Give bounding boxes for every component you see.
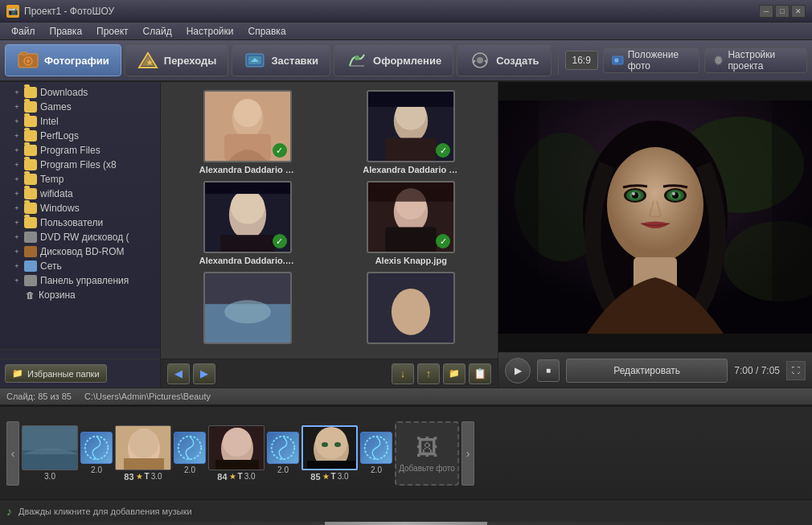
svg-point-3 <box>27 59 30 63</box>
fullscreen-button[interactable]: ⛶ <box>786 361 806 380</box>
favorites-button[interactable]: 📁 Избранные папки <box>5 364 107 383</box>
add-photo-cell[interactable]: 🖼 Добавьте фото <box>395 421 459 486</box>
tab-design[interactable]: Оформление <box>334 44 453 76</box>
slide-label-84: 84 ★ T 3.0 <box>217 472 255 482</box>
maximize-button[interactable]: □ <box>775 5 789 18</box>
menu-slide[interactable]: Слайд <box>137 24 178 39</box>
timeline-slide-85[interactable]: 85 ★ T 3.0 <box>301 425 358 482</box>
app-icon: 📷 <box>6 5 19 18</box>
tree-item-perflogs[interactable]: + PerfLogs <box>0 129 160 143</box>
svg-point-78 <box>322 442 328 447</box>
nav-back-button[interactable]: ◀ <box>167 363 190 384</box>
tab-photos[interactable]: Фотографии <box>5 44 121 76</box>
timeline-track: ‹ 3.0 2.0 <box>0 407 812 499</box>
expand-icon: + <box>13 204 21 212</box>
expand-icon: + <box>13 146 21 154</box>
photo-cell-6[interactable] <box>333 272 490 347</box>
tree-item-control-panel[interactable]: + Панель управления <box>0 273 160 288</box>
minimize-button[interactable]: ─ <box>759 5 773 18</box>
slide-label-85: 85 ★ T 3.0 <box>310 472 348 482</box>
menu-file[interactable]: Файл <box>5 24 42 39</box>
nav-copy-button[interactable]: 📋 <box>469 363 491 384</box>
photo-cell-4[interactable]: ✓ Alexis Knapp.jpg <box>333 181 490 265</box>
nav-forward-button[interactable]: ▶ <box>193 363 215 384</box>
tree-item-program-files[interactable]: + Program Files <box>0 143 160 158</box>
photo-cell-3[interactable]: ✓ Alexandra Daddario.jpeg <box>169 181 326 265</box>
tab-create[interactable]: Создать <box>457 44 551 76</box>
tree-item-network[interactable]: + Сеть <box>0 259 160 273</box>
stop-button[interactable]: ■ <box>537 359 560 382</box>
tree-item-intel[interactable]: + Intel <box>0 114 160 129</box>
svg-rect-77 <box>307 461 355 470</box>
expand-icon: + <box>13 248 21 256</box>
tree-item-bdrom[interactable]: + Дисковод BD-ROM <box>0 244 160 259</box>
tree-item-users[interactable]: + Пользователи <box>0 215 160 230</box>
tree-item-games[interactable]: + Games <box>0 100 160 114</box>
tab-design-label: Оформление <box>373 55 441 67</box>
expand-icon: + <box>13 88 21 96</box>
nav-folder-button[interactable]: 📁 <box>443 363 465 384</box>
tab-transitions[interactable]: ★ Переходы <box>125 44 229 76</box>
svg-point-30 <box>231 190 265 224</box>
timeline-scroll-left[interactable]: ‹ <box>6 421 19 486</box>
file-tree-scroll[interactable]: + Downloads + Games + Intel + PerfLogs + <box>0 82 160 349</box>
photo-check-3: ✓ <box>273 234 287 248</box>
photo-cell-1[interactable]: ✓ Alexandra Daddario (1... <box>169 90 326 174</box>
nav-down-button[interactable]: ↓ <box>392 363 414 384</box>
position-icon <box>612 55 624 66</box>
tree-item-windows[interactable]: + Windows <box>0 201 160 215</box>
expand-icon: + <box>13 103 21 111</box>
tab-screensavers[interactable]: Заставки <box>232 44 330 76</box>
timeline-transition-4[interactable]: 2.0 <box>360 432 392 474</box>
timeline-scrollbar[interactable] <box>0 522 812 525</box>
transition-image-1 <box>81 432 112 464</box>
play-button[interactable]: ▶ <box>505 358 531 383</box>
timeline-slide-84[interactable]: 84 ★ T 3.0 <box>208 425 265 482</box>
timeline-slide-83[interactable]: 83 ★ T 3.0 <box>115 425 171 482</box>
slide-thumb-83 <box>115 425 171 470</box>
photo-grid: ✓ Alexandra Daddario (1... ✓ Alexandra <box>161 82 498 359</box>
expand-icon: + <box>13 262 21 270</box>
photo-check-1: ✓ <box>273 143 287 158</box>
tree-item-dvd[interactable]: + DVD RW дисковод ( <box>0 230 160 244</box>
position-photo-button[interactable]: Положение фото <box>603 47 699 73</box>
timeline-scroll-right[interactable]: › <box>461 421 474 486</box>
nav-up-button[interactable]: ↑ <box>417 363 440 384</box>
close-button[interactable]: ✕ <box>791 5 806 18</box>
menu-bar: Файл Правка Проект Слайд Настройки Справ… <box>0 23 812 40</box>
menu-settings[interactable]: Настройки <box>180 24 240 39</box>
tree-item-program-files-x86[interactable]: + Program Files (x8 <box>0 158 160 172</box>
preview-panel: ▶ ■ Редактировать 7:00 / 7:05 ⛶ <box>498 82 812 388</box>
edit-button[interactable]: Редактировать <box>566 359 728 383</box>
menu-edit[interactable]: Правка <box>43 24 89 39</box>
photo-cell-2[interactable]: ✓ Alexandra Daddario (2... <box>333 90 490 174</box>
expand-icon: + <box>13 161 21 169</box>
photo-thumb-5 <box>203 272 292 344</box>
tree-scrollbar[interactable] <box>0 349 160 359</box>
timeline-transition-3[interactable]: 2.0 <box>267 432 299 474</box>
folder-icon <box>24 174 37 185</box>
ratio-badge: 16:9 <box>565 51 598 70</box>
toolbar-separator <box>558 46 559 75</box>
photo-thumb-6 <box>367 272 455 344</box>
project-settings-label: Настройки проекта <box>728 49 798 72</box>
music-text[interactable]: Дважды кликните для добавления музыки <box>18 507 192 516</box>
tree-item-wifidata[interactable]: + wifidata <box>0 187 160 201</box>
photo-cell-5[interactable] <box>169 272 326 347</box>
fullscreen-icon: ⛶ <box>792 366 800 375</box>
tree-item-temp[interactable]: + Temp <box>0 172 160 187</box>
timeline-transition-1[interactable]: 2.0 <box>80 432 113 474</box>
transition-image-2 <box>174 432 205 464</box>
tree-item-recycle-bin[interactable]: 🗑 Корзина <box>0 288 160 302</box>
menu-project[interactable]: Проект <box>90 24 135 39</box>
transitions-icon: ★ <box>137 51 159 70</box>
menu-help[interactable]: Справка <box>241 24 292 39</box>
timeline-transition-2[interactable]: 2.0 <box>174 432 206 474</box>
photo-image-6 <box>368 272 453 344</box>
project-settings-button[interactable]: Настройки проекта <box>704 47 807 73</box>
tree-item-downloads[interactable]: + Downloads <box>0 85 160 100</box>
folder-icon <box>24 188 37 199</box>
timeline-slide-1[interactable]: 3.0 <box>22 425 78 481</box>
create-icon <box>469 51 491 70</box>
timeline-add-photo[interactable]: 🖼 Добавьте фото <box>395 421 459 486</box>
